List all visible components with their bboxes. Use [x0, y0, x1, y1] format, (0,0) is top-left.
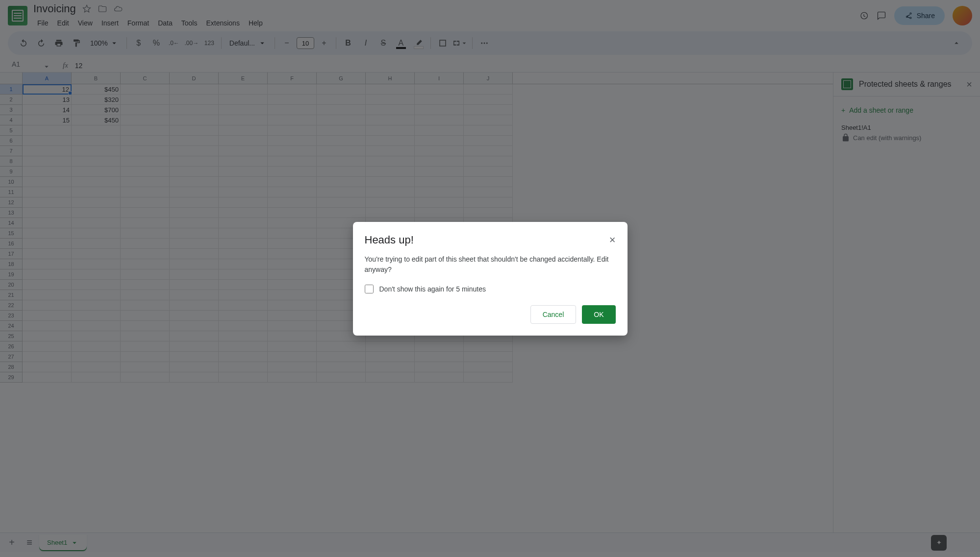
close-icon[interactable]: ×: [609, 234, 616, 246]
modal-overlay: Heads up! × You're trying to edit part o…: [0, 0, 980, 557]
checkbox-input[interactable]: [365, 285, 374, 293]
heads-up-dialog: Heads up! × You're trying to edit part o…: [353, 222, 628, 336]
ok-button[interactable]: OK: [582, 305, 615, 324]
dont-show-checkbox[interactable]: Don't show this again for 5 minutes: [365, 285, 616, 293]
dialog-title: Heads up!: [365, 234, 414, 246]
checkbox-label: Don't show this again for 5 minutes: [379, 285, 486, 293]
dialog-body: You're trying to edit part of this sheet…: [365, 254, 616, 275]
cancel-button[interactable]: Cancel: [530, 305, 577, 324]
